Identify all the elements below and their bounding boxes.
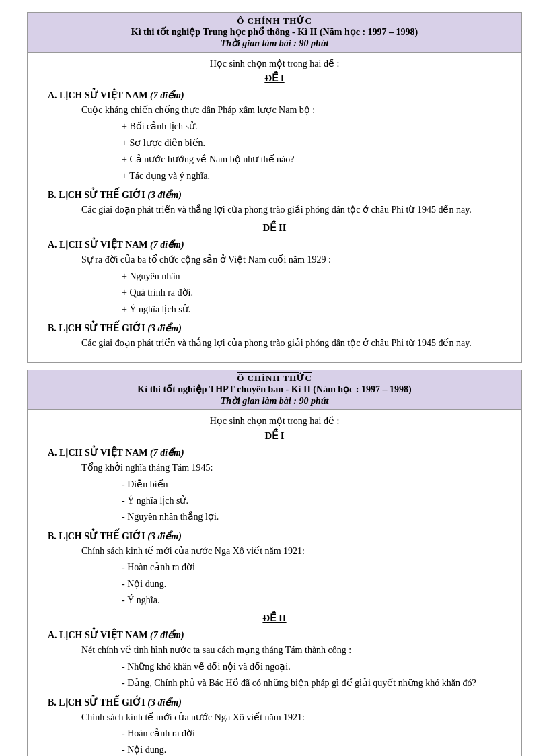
exam-header-2: Ô CHÍNH THỨC Kì thi tốt nghiệp THPT chuy…: [28, 370, 521, 410]
exam-time-2: Thời gian làm bài : 90 phút: [33, 395, 516, 407]
de2-sectionB-items-2: - Hoàn cảnh ra đời - Nội dung. - Ý nghĩa…: [122, 726, 501, 756]
official-stamp-1: Ô CHÍNH THỨC: [33, 15, 516, 26]
de2-title-2: ĐỀ II: [48, 612, 501, 624]
exam-body-1: Học sinh chọn một trong hai đề : ĐỀ I A.…: [28, 53, 521, 362]
de1-sectionA-heading-2: A. LỊCH SỬ VIỆT NAM (7 điểm): [48, 447, 501, 458]
de2-sectionB-heading-2: B. LỊCH SỬ THẾ GIỚI (3 điểm): [48, 697, 501, 708]
de2-sectionA-heading-2: A. LỊCH SỬ VIỆT NAM (7 điểm): [48, 629, 501, 641]
student-choice-1: Học sinh chọn một trong hai đề :: [48, 58, 501, 69]
exam-section-1: Ô CHÍNH THỨC Kì thi tốt nghiệp Trung học…: [27, 12, 522, 363]
de2-sectionA-items-1: + Nguyên nhân + Quá trình ra đời. + Ý ng…: [122, 269, 501, 317]
exam-section-2: Ô CHÍNH THỨC Kì thi tốt nghiệp THPT chuy…: [27, 370, 522, 756]
de2-sectionA-content-1: Sự ra đời của ba tổ chức cộng sản ở Việt…: [81, 252, 501, 317]
official-stamp-2: Ô CHÍNH THỨC: [33, 373, 516, 384]
de2-sectionB-content-1: Các giai đoạn phát triển và thắng lợi củ…: [81, 336, 501, 351]
de1-title-2: ĐỀ I: [48, 429, 501, 442]
page: Ô CHÍNH THỨC Kì thi tốt nghiệp Trung học…: [0, 0, 549, 756]
de1-sectionA-content-1: Cuộc kháng chiến chống thực dân Pháp xâm…: [81, 103, 501, 184]
de2-sectionB-heading-1: B. LỊCH SỬ THẾ GIỚI (3 điểm): [48, 322, 501, 334]
de1-sectionA-content-2: Tổng khởi nghĩa tháng Tám 1945: - Diễn b…: [81, 460, 501, 525]
exam-header-1: Ô CHÍNH THỨC Kì thi tốt nghiệp Trung học…: [28, 13, 521, 53]
exam-title-2: Kì thi tốt nghiệp THPT chuyên ban - Kì I…: [33, 384, 516, 395]
de2-title-1: ĐỀ II: [48, 221, 501, 234]
de1-sectionB-content-1: Các giai đoạn phát triển và thắng lợi củ…: [81, 203, 501, 217]
de1-sectionA-items-1: + Bối cảnh lịch sử. + Sơ lược diễn biến.…: [122, 119, 501, 184]
de2-sectionB-content-2: Chính sách kinh tế mới của nước Nga Xô v…: [81, 710, 501, 756]
de1-sectionA-heading-1: A. LỊCH SỬ VIỆT NAM (7 điểm): [48, 90, 501, 101]
exam-body-2: Học sinh chọn một trong hai đề : ĐỀ I A.…: [28, 410, 521, 756]
exam-time-1: Thời gian làm bài : 90 phút: [33, 38, 516, 49]
de1-sectionB-content-2: Chính sách kinh tế mới của nước Nga Xô v…: [81, 544, 501, 609]
de2-sectionA-items-2: - Những khó khăn về đối nội và đối ngoại…: [122, 660, 501, 691]
de1-sectionA-items-2: - Diễn biến - Ý nghĩa lịch sử. - Nguyên …: [122, 477, 501, 525]
de1-sectionB-items-2: - Hoàn cảnh ra đời - Nội dung. - Ý nghĩa…: [122, 560, 501, 608]
de2-sectionA-content-2: Nét chính về tình hình nước ta sau cách …: [81, 643, 501, 691]
de2-sectionA-heading-1: A. LỊCH SỬ VIỆT NAM (7 điểm): [48, 239, 501, 250]
de1-sectionB-heading-2: B. LỊCH SỬ THẾ GIỚI (3 điểm): [48, 530, 501, 542]
exam-title-1: Kì thi tốt nghiệp Trung học phổ thông - …: [33, 26, 516, 38]
student-choice-2: Học sinh chọn một trong hai đề :: [48, 415, 501, 427]
de1-title-1: ĐỀ I: [48, 72, 501, 84]
de1-sectionB-heading-1: B. LỊCH SỬ THẾ GIỚI (3 điểm): [48, 189, 501, 201]
